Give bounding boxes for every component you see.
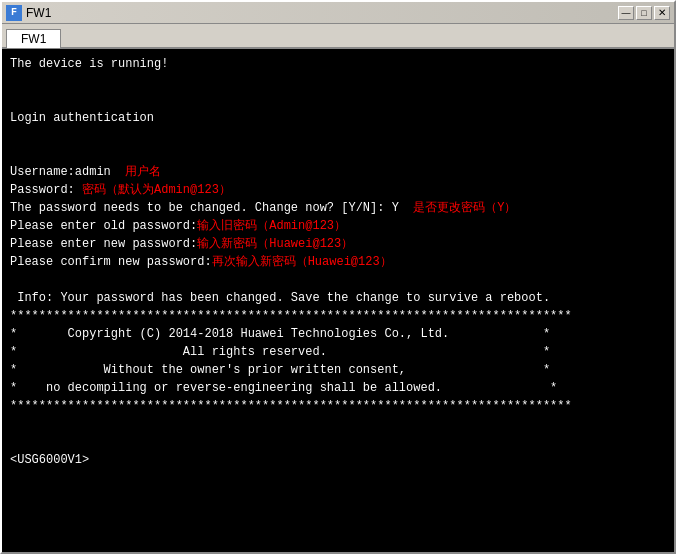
- terminal-line: * Copyright (C) 2014-2018 Huawei Technol…: [10, 325, 666, 343]
- terminal-text: Please enter new password:: [10, 237, 197, 251]
- terminal-line: * All rights reserved. *: [10, 343, 666, 361]
- terminal-line: [10, 73, 666, 91]
- maximize-button[interactable]: □: [636, 6, 652, 20]
- terminal-output[interactable]: The device is running! Login authenticat…: [2, 49, 674, 552]
- terminal-line: * Without the owner's prior written cons…: [10, 361, 666, 379]
- red-annotation: 再次输入新密码（Huawei@123）: [212, 255, 392, 269]
- terminal-text: Password:: [10, 183, 82, 197]
- terminal-line: Username:admin 用户名: [10, 163, 666, 181]
- terminal-text: The password needs to be changed. Change…: [10, 201, 413, 215]
- tab-fw1[interactable]: FW1: [6, 29, 61, 48]
- terminal-line: [10, 415, 666, 433]
- window-title: FW1: [26, 6, 51, 20]
- app-icon: F: [6, 5, 22, 21]
- terminal-line: [10, 127, 666, 145]
- red-annotation: 输入旧密码（Admin@123）: [197, 219, 346, 233]
- title-bar: F FW1 — □ ✕: [2, 2, 674, 24]
- terminal-line: Please confirm new password:再次输入新密码（Huaw…: [10, 253, 666, 271]
- terminal-text: Username:admin: [10, 165, 125, 179]
- terminal-line: [10, 91, 666, 109]
- terminal-line: Please enter old password:输入旧密码（Admin@12…: [10, 217, 666, 235]
- tab-bar: FW1: [2, 24, 674, 49]
- terminal-text: Please enter old password:: [10, 219, 197, 233]
- terminal-line: <USG6000V1>: [10, 451, 666, 469]
- terminal-line: [10, 271, 666, 289]
- terminal-line: [10, 145, 666, 163]
- terminal-text: Please confirm new password:: [10, 255, 212, 269]
- title-bar-buttons: — □ ✕: [618, 6, 670, 20]
- close-button[interactable]: ✕: [654, 6, 670, 20]
- terminal-line: Info: Your password has been changed. Sa…: [10, 289, 666, 307]
- terminal-line: ****************************************…: [10, 307, 666, 325]
- terminal-line: Please enter new password:输入新密码（Huawei@1…: [10, 235, 666, 253]
- red-annotation: 密码（默认为Admin@123）: [82, 183, 231, 197]
- terminal-line: [10, 433, 666, 451]
- title-bar-left: F FW1: [6, 5, 51, 21]
- terminal-line: Password: 密码（默认为Admin@123）: [10, 181, 666, 199]
- terminal-line: The password needs to be changed. Change…: [10, 199, 666, 217]
- main-window: F FW1 — □ ✕ FW1 The device is running! L…: [0, 0, 676, 554]
- minimize-button[interactable]: —: [618, 6, 634, 20]
- red-annotation: 用户名: [125, 165, 161, 179]
- red-annotation: 输入新密码（Huawei@123）: [197, 237, 353, 251]
- terminal-line: The device is running!: [10, 55, 666, 73]
- terminal-line: Login authentication: [10, 109, 666, 127]
- terminal-line: ****************************************…: [10, 397, 666, 415]
- red-annotation: 是否更改密码（Y）: [413, 201, 516, 215]
- terminal-line: * no decompiling or reverse-engineering …: [10, 379, 666, 397]
